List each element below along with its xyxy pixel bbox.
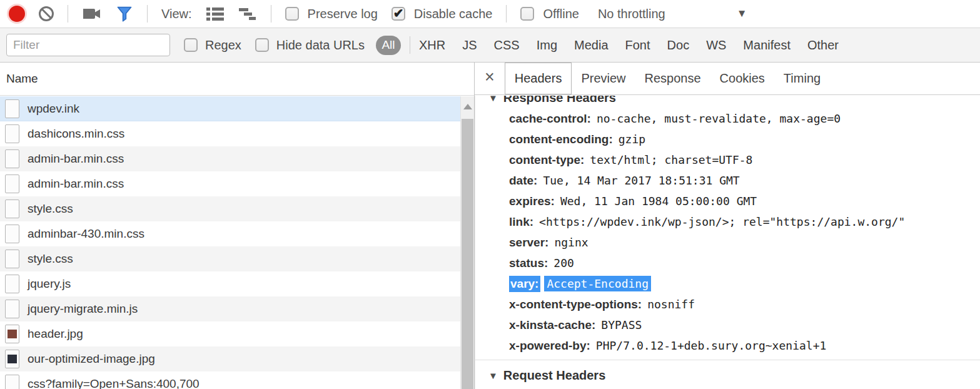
request-row[interactable]: dashicons.min.css [0, 121, 460, 146]
request-row[interactable]: adminbar-430.min.css [0, 221, 460, 246]
header-line[interactable]: date: Tue, 14 Mar 2017 18:51:31 GMT [488, 170, 980, 191]
resource-type-filter[interactable]: JS [462, 38, 477, 53]
request-name: dashicons.min.css [28, 127, 124, 141]
toolbar-divider [147, 5, 148, 23]
request-row[interactable]: css?family=Open+Sans:400,700 [0, 371, 460, 389]
header-value: no-cache, must-revalidate, max-age=0 [597, 112, 841, 125]
document-file-icon [5, 99, 19, 118]
response-headers-section[interactable]: ▼ Response Headers [488, 96, 980, 108]
request-list-scrollbar[interactable] [460, 96, 474, 389]
header-line[interactable]: content-type: text/html; charset=UTF-8 [488, 149, 980, 170]
tab-timing[interactable]: Timing [774, 63, 830, 94]
resource-type-filter[interactable]: WS [706, 38, 726, 53]
name-column-header[interactable]: Name [0, 63, 474, 96]
tab-cookies[interactable]: Cookies [710, 63, 774, 94]
disable-cache-checkbox[interactable] [391, 7, 405, 21]
request-name: admin-bar.min.css [28, 177, 124, 191]
detail-tabs: HeadersPreviewResponseCookiesTiming [505, 63, 830, 94]
request-headers-section[interactable]: ▼ Request Headers [488, 365, 980, 386]
header-key: cache-control: [509, 112, 591, 126]
request-name: css?family=Open+Sans:400,700 [28, 377, 200, 389]
filter-input[interactable] [6, 34, 170, 56]
header-value: gzip [619, 133, 645, 146]
tab-preview[interactable]: Preview [572, 63, 635, 94]
resource-type-filter[interactable]: Media [574, 38, 608, 53]
header-line[interactable]: vary: Accept-Encoding [488, 273, 980, 294]
view-label: View: [161, 7, 192, 21]
request-row[interactable]: jquery-migrate.min.js [0, 296, 460, 321]
triangle-down-icon: ▼ [488, 96, 498, 103]
header-line[interactable]: cache-control: no-cache, must-revalidate… [488, 108, 980, 129]
resource-type-filter[interactable]: Other [807, 38, 839, 53]
request-row[interactable]: admin-bar.min.css [0, 171, 460, 196]
image-file-icon [5, 350, 19, 368]
chevron-down-icon[interactable]: ▼ [737, 8, 747, 20]
scroll-up-icon[interactable] [461, 96, 474, 118]
offline-checkbox[interactable] [520, 7, 534, 21]
resource-type-filter[interactable]: Font [625, 38, 650, 53]
header-line[interactable]: link: <https://wpdev.ink/wp-json/>; rel=… [488, 211, 980, 232]
request-name: style.css [28, 202, 73, 216]
header-value: PHP/7.0.12-1+deb.sury.org~xenial+1 [596, 339, 826, 352]
request-row[interactable]: header.jpg [0, 321, 460, 346]
camera-icon[interactable] [82, 6, 102, 21]
hide-data-urls-checkbox[interactable] [255, 38, 269, 52]
resource-type-filter[interactable]: Manifest [743, 38, 791, 53]
preserve-log-checkbox[interactable] [285, 7, 299, 21]
resource-type-filter[interactable]: Doc [667, 38, 690, 53]
header-line[interactable]: content-encoding: gzip [488, 129, 980, 149]
filter-icon[interactable] [116, 5, 133, 23]
resource-type-filter[interactable]: CSS [494, 38, 520, 53]
resource-type-filter[interactable]: XHR [419, 38, 445, 53]
waterfall-icon[interactable] [238, 6, 257, 21]
header-line[interactable]: x-content-type-options: nosniff [488, 294, 980, 315]
header-key: status: [509, 256, 548, 270]
record-icon[interactable] [9, 6, 25, 22]
request-row[interactable]: our-optimized-image.jpg [0, 346, 460, 371]
request-row[interactable]: jquery.js [0, 271, 460, 296]
header-value: Tue, 14 Mar 2017 18:51:31 GMT [543, 174, 739, 187]
detail-panel: × HeadersPreviewResponseCookiesTiming ▼ … [475, 63, 980, 389]
resource-type-filter[interactable]: Img [537, 38, 557, 53]
header-value: nosniff [647, 298, 695, 311]
clear-icon[interactable] [39, 6, 54, 21]
resource-type-filters: AllXHRJSCSSImgMediaFontDocWSManifestOthe… [365, 36, 856, 55]
large-rows-icon[interactable] [206, 6, 225, 21]
preserve-log-option: Preserve log [285, 7, 378, 21]
section-divider [475, 360, 980, 360]
scrollbar-thumb[interactable] [462, 119, 473, 389]
header-line[interactable]: server: nginx [488, 232, 980, 253]
close-icon[interactable]: × [475, 69, 505, 88]
header-line[interactable]: status: 200 [488, 253, 980, 273]
network-toolbar: View: Preserve log Disable cache Offline… [0, 0, 980, 28]
request-row[interactable]: wpdev.ink [0, 96, 460, 121]
header-key: x-kinsta-cache: [509, 318, 595, 332]
document-file-icon [5, 225, 19, 243]
header-line[interactable]: expires: Wed, 11 Jan 1984 05:00:00 GMT [488, 191, 980, 211]
header-value: BYPASS [601, 318, 642, 331]
tab-headers[interactable]: Headers [505, 63, 572, 94]
request-row[interactable]: style.css [0, 196, 460, 221]
toolbar-divider [68, 5, 68, 23]
header-value: 200 [553, 256, 574, 270]
document-file-icon [5, 300, 19, 318]
request-row[interactable]: admin-bar.min.css [0, 146, 460, 171]
disable-cache-label: Disable cache [414, 7, 493, 21]
header-key: x-powered-by: [509, 339, 590, 353]
header-line[interactable]: x-powered-by: PHP/7.0.12-1+deb.sury.org~… [488, 335, 980, 356]
header-line[interactable]: x-kinsta-cache: BYPASS [488, 315, 980, 335]
request-name: wpdev.ink [28, 102, 79, 116]
document-file-icon [5, 174, 19, 193]
tab-response[interactable]: Response [635, 63, 710, 94]
regex-checkbox[interactable] [184, 38, 198, 52]
request-name: jquery-migrate.min.js [28, 302, 138, 316]
regex-label: Regex [205, 38, 241, 53]
header-key: date: [509, 174, 537, 188]
resource-type-filter-active[interactable]: All [376, 36, 401, 55]
header-key: content-type: [509, 153, 584, 167]
preserve-log-label: Preserve log [308, 7, 378, 21]
throttling-select[interactable]: No throttling [598, 7, 665, 21]
requests-panel: Name wpdev.ink dashicons.min.css admin-b… [0, 63, 475, 389]
request-row[interactable]: style.css [0, 246, 460, 271]
header-key: server: [509, 236, 548, 250]
